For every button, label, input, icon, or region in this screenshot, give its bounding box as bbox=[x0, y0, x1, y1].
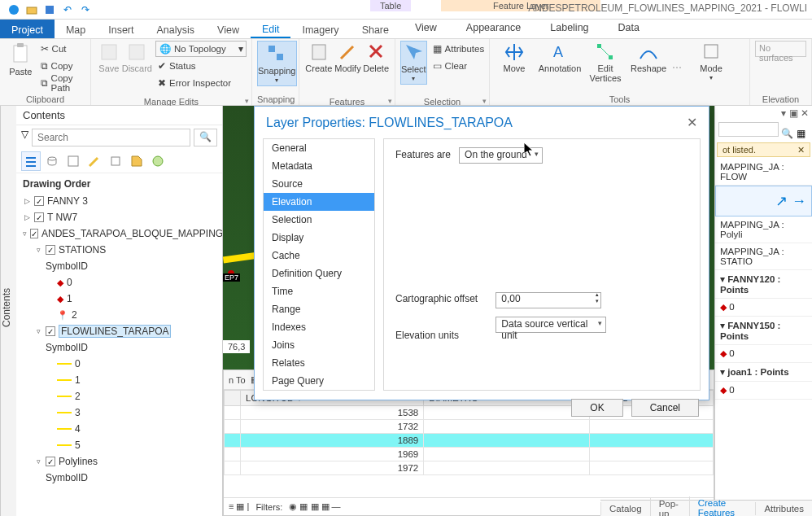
feat-header[interactable]: ▾ joan1 : Points bbox=[715, 363, 812, 382]
dlg-nav-display[interactable]: Display bbox=[264, 229, 374, 247]
cart-offset-input[interactable]: 0,00 bbox=[495, 292, 601, 308]
table-row[interactable]: 1972 bbox=[225, 461, 714, 475]
tab-catalog[interactable]: Catalog bbox=[600, 502, 650, 515]
list-by-drawing-icon[interactable] bbox=[21, 151, 41, 171]
template-item[interactable]: MAPPING_JA : FLOW bbox=[715, 159, 812, 186]
tab-labeling[interactable]: Labeling bbox=[535, 20, 603, 38]
cancel-button[interactable]: Cancel bbox=[631, 399, 699, 417]
delete-button[interactable]: Delete bbox=[362, 41, 390, 73]
annotation-button[interactable]: AAnnotation bbox=[537, 41, 583, 73]
zoom-to[interactable]: n To bbox=[229, 375, 246, 385]
table-row[interactable]: 1889 bbox=[225, 434, 714, 448]
save-icon[interactable] bbox=[41, 2, 59, 17]
context-tab-table[interactable]: Table bbox=[370, 0, 411, 11]
tab-map[interactable]: Map bbox=[55, 20, 97, 38]
error-inspector-button[interactable]: ✖Error Inspector bbox=[155, 75, 247, 91]
edit-vertices-button[interactable]: Edit Vertices bbox=[586, 41, 625, 83]
toc-node[interactable]: 2 bbox=[16, 388, 222, 404]
elev-units-dropdown[interactable]: Data source vertical unit bbox=[495, 317, 606, 333]
feat-sub[interactable]: ◆ 0 bbox=[715, 345, 812, 363]
copy-button[interactable]: ⧉Copy bbox=[38, 58, 85, 74]
clear-button[interactable]: ▭Clear bbox=[430, 58, 487, 74]
toc-node[interactable]: 5 bbox=[16, 437, 222, 453]
toc-node[interactable]: ▿✓STATIONS bbox=[16, 242, 222, 258]
active-tool-box[interactable]: ↗ → bbox=[715, 186, 812, 216]
reshape-button[interactable]: Reshape bbox=[628, 41, 669, 73]
dlg-nav-time[interactable]: Time bbox=[264, 282, 374, 300]
toc-node[interactable]: 4 bbox=[16, 421, 222, 437]
toc-node[interactable]: ◆0 bbox=[16, 274, 222, 291]
tab-project[interactable]: Project bbox=[0, 20, 55, 38]
dlg-nav-indexes[interactable]: Indexes bbox=[264, 318, 374, 336]
selection-launcher-icon[interactable]: ▾ bbox=[482, 97, 487, 105]
select-button[interactable]: Select▾ bbox=[400, 41, 427, 85]
list-by-label-icon[interactable] bbox=[127, 151, 146, 171]
warning-bar[interactable]: ot listed.✕ bbox=[717, 142, 810, 157]
dlg-nav-cache[interactable]: Cache bbox=[264, 247, 374, 265]
toc-node[interactable]: 3 bbox=[16, 404, 222, 421]
redo-icon[interactable]: ↷ bbox=[76, 2, 94, 17]
tab-share[interactable]: Share bbox=[351, 20, 400, 38]
dlg-nav-selection[interactable]: Selection bbox=[264, 211, 374, 229]
tab-appearance[interactable]: Appearance bbox=[452, 20, 535, 38]
toc-node[interactable]: 📍2 bbox=[16, 307, 222, 323]
filter-icon[interactable]: ▽ bbox=[21, 129, 28, 146]
tab-attributes[interactable]: Attributes bbox=[755, 502, 812, 515]
tab-create-features[interactable]: Create Features bbox=[689, 496, 756, 517]
mode-button[interactable]: Mode▾ bbox=[695, 41, 727, 83]
toc-node[interactable]: ▷✓FANNY 3 bbox=[16, 193, 222, 209]
dlg-nav-range[interactable]: Range bbox=[264, 300, 374, 318]
list-by-snap-icon[interactable] bbox=[106, 151, 125, 171]
toc-node[interactable]: SymbolID bbox=[16, 470, 222, 486]
tab-insert[interactable]: Insert bbox=[97, 20, 145, 38]
dlg-nav-source[interactable]: Source bbox=[264, 175, 374, 193]
move-button[interactable]: Move bbox=[495, 41, 534, 73]
attributes-button[interactable]: ▦Attributes bbox=[430, 41, 487, 57]
topology-dropdown[interactable]: 🌐No Topology▾ bbox=[155, 41, 247, 57]
surface-dropdown[interactable]: No surfaces bbox=[755, 41, 806, 57]
tab-view[interactable]: View bbox=[206, 20, 251, 38]
ok-button[interactable]: OK bbox=[571, 399, 622, 417]
toc-node[interactable]: ▷✓T NW7 bbox=[16, 209, 222, 225]
dlg-nav-relates[interactable]: Relates bbox=[264, 354, 374, 372]
template-item[interactable]: MAPPING_JA : Polyli bbox=[715, 216, 812, 243]
dialog-nav[interactable]: GeneralMetadataSourceElevationSelectionD… bbox=[263, 138, 375, 391]
dlg-nav-definition-query[interactable]: Definition Query bbox=[264, 265, 374, 282]
paste-button[interactable]: Paste bbox=[5, 41, 37, 77]
toc-node[interactable]: SymbolID bbox=[16, 339, 222, 356]
open-icon[interactable] bbox=[23, 2, 41, 17]
create-button[interactable]: Create bbox=[304, 41, 334, 73]
status-button[interactable]: ✔Status bbox=[155, 58, 247, 74]
modify-button[interactable]: Modify bbox=[334, 41, 363, 73]
dlg-nav-page-query[interactable]: Page Query bbox=[264, 372, 374, 390]
toc-node[interactable]: ◆1 bbox=[16, 291, 222, 307]
toc-node[interactable]: ▿✓Polylines bbox=[16, 453, 222, 470]
tab-popup[interactable]: Pop-up bbox=[650, 497, 689, 517]
manage-launcher-icon[interactable]: ▾ bbox=[245, 97, 249, 105]
toc-node[interactable]: ▿✓FLOWLINES_TARAPOA bbox=[16, 323, 222, 339]
contents-docktab[interactable]: Contents bbox=[0, 106, 16, 516]
feat-header[interactable]: ▾ FANNY120 : Points bbox=[715, 270, 812, 299]
dlg-nav-joins[interactable]: Joins bbox=[264, 336, 374, 354]
features-launcher-icon[interactable]: ▾ bbox=[388, 97, 392, 105]
list-by-edit-icon[interactable] bbox=[85, 151, 104, 171]
toc-node[interactable]: 1 bbox=[16, 372, 222, 388]
snapping-button[interactable]: Snapping▾ bbox=[257, 41, 297, 86]
search-input[interactable] bbox=[32, 129, 190, 146]
cut-button[interactable]: ✂Cut bbox=[38, 41, 85, 57]
tab-data[interactable]: Data bbox=[604, 20, 654, 38]
dlg-nav-general[interactable]: General bbox=[264, 139, 374, 157]
close-icon[interactable]: ✕ bbox=[687, 115, 697, 130]
tab-table-view[interactable]: View bbox=[400, 20, 452, 38]
feat-sub[interactable]: ◆ 0 bbox=[715, 382, 812, 400]
list-by-perf-icon[interactable] bbox=[148, 151, 168, 171]
feat-sub[interactable]: ◆ 0 bbox=[715, 299, 812, 317]
tab-edit[interactable]: Edit bbox=[251, 20, 291, 38]
dlg-nav-metadata[interactable]: Metadata bbox=[264, 157, 374, 175]
toc-node[interactable]: SymbolID bbox=[16, 258, 222, 274]
table-row[interactable]: 1969 bbox=[225, 448, 714, 461]
discard-edits-button[interactable]: Discard bbox=[122, 41, 152, 73]
feat-header[interactable]: ▾ FANNY150 : Points bbox=[715, 317, 812, 345]
toc-node[interactable]: ▿✓ANDES_TARAPOA_BLOQUE_MAPPING_JA bbox=[16, 225, 222, 242]
save-edits-button[interactable]: Save bbox=[96, 41, 122, 73]
